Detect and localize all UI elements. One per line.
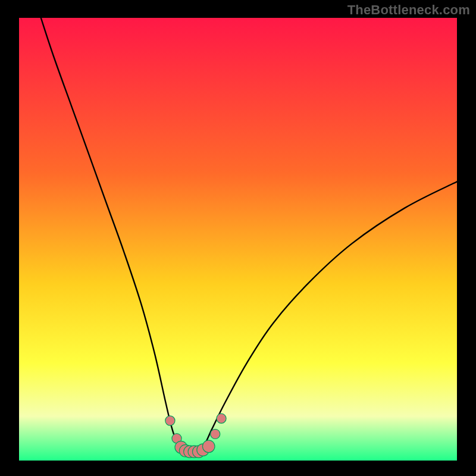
highlight-marker [165,416,175,425]
highlight-marker [211,429,220,439]
bottleneck-chart [0,0,476,476]
highlight-marker [202,440,215,453]
watermark-text: TheBottleneck.com [347,2,470,18]
plot-background [19,18,457,461]
chart-frame: TheBottleneck.com [0,0,476,476]
highlight-marker [217,414,226,423]
